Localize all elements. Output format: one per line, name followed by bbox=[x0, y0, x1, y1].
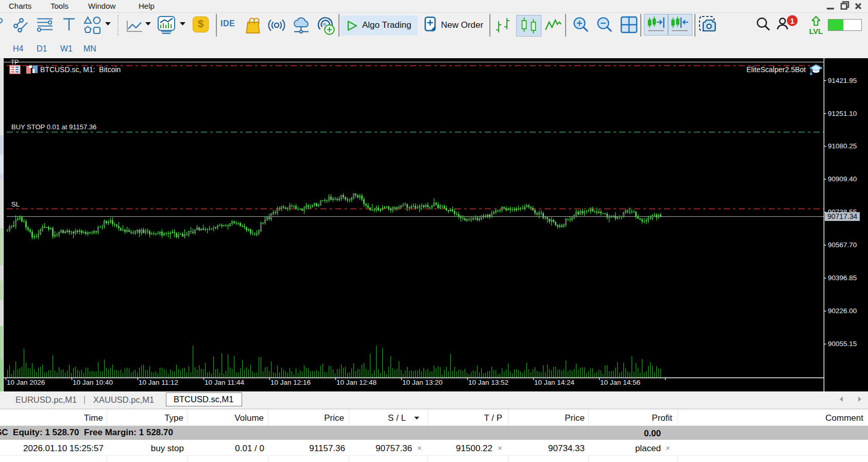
svg-text:1: 1 bbox=[790, 16, 794, 25]
svg-text:LVL: LVL bbox=[809, 27, 823, 36]
